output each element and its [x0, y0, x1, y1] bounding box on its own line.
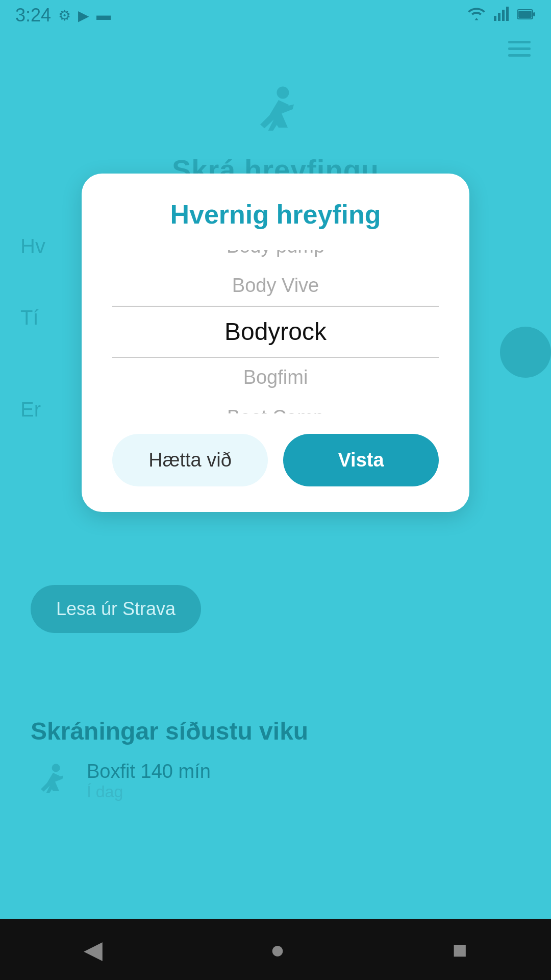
dialog-overlay: Hvernig hreyfing Body pump Body Vive Bod…	[0, 0, 551, 980]
save-button[interactable]: Vista	[283, 434, 439, 486]
picker-item-boot-camp[interactable]: Boot Camp	[112, 398, 439, 413]
dialog: Hvernig hreyfing Body pump Body Vive Bod…	[82, 174, 469, 512]
workout-type-picker[interactable]: Body pump Body Vive Bodyrock Bogfimi Boo…	[112, 250, 439, 413]
dialog-title: Hvernig hreyfing	[112, 199, 439, 230]
picker-item-body-vive[interactable]: Body Vive	[112, 266, 439, 305]
picker-item-bodyrock[interactable]: Bodyrock	[112, 306, 439, 358]
cancel-button[interactable]: Hætta við	[112, 434, 268, 486]
picker-item-bogfimi[interactable]: Bogfimi	[112, 358, 439, 397]
dialog-buttons: Hætta við Vista	[112, 434, 439, 486]
picker-item-body-pump[interactable]: Body pump	[112, 250, 439, 266]
